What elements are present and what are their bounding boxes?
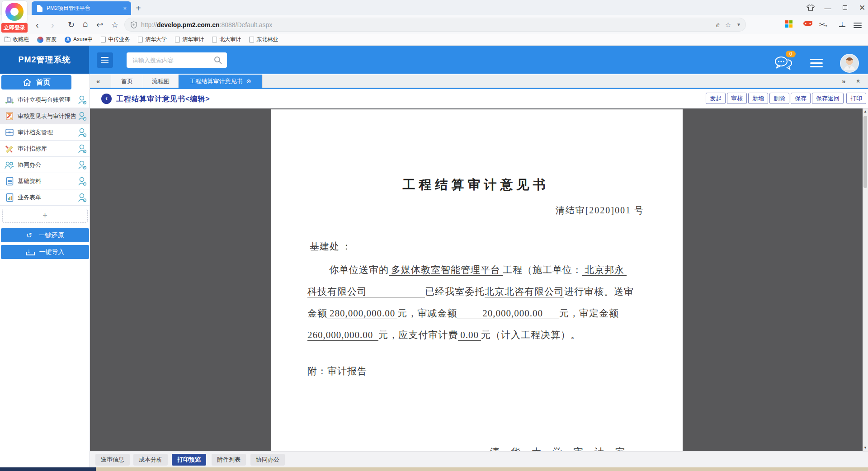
salutation-field: 基建处 [307, 241, 342, 252]
add-module-button[interactable]: + [2, 209, 88, 223]
back-circle-button[interactable]: ‹ [101, 94, 112, 104]
building-icon [5, 95, 14, 104]
forward-button[interactable]: › [51, 20, 54, 30]
add-new-button[interactable]: 新增 [748, 93, 768, 104]
bookmark-tsinghua-audit[interactable]: 清华审计 [175, 36, 204, 43]
bookmark-dongbei[interactable]: 东北林业 [249, 36, 278, 43]
tab-close-icon[interactable]: × [123, 5, 127, 12]
page-icon [212, 37, 217, 42]
scissors-icon[interactable]: ✂▾ [819, 20, 827, 29]
bookmark-favorites-folder[interactable]: 收藏栏 [5, 36, 29, 43]
delete-button[interactable]: 删除 [769, 93, 789, 104]
one-key-import-button[interactable]: 一键导入 [1, 245, 89, 259]
site-safety-shield-icon[interactable] [131, 21, 137, 28]
person-gear-icon[interactable] [78, 144, 87, 154]
sidebar-item-audit-project[interactable]: 审计立项与台账管理 [0, 92, 90, 108]
bookmark-label: 清华审计 [182, 36, 204, 43]
person-gear-icon[interactable] [78, 127, 87, 137]
search-icon[interactable] [213, 56, 222, 65]
sidebar-item-base-data[interactable]: 基础资料 [0, 173, 90, 189]
print-button[interactable]: 打印 [846, 93, 866, 104]
text: 已经我室委托 [425, 286, 485, 297]
review-button[interactable]: 审核 [727, 93, 747, 104]
collaboration-button[interactable]: 协同办公 [250, 454, 285, 466]
person-gear-icon[interactable] [78, 95, 87, 105]
contractor-field-part2: 科技有限公司 [307, 286, 425, 297]
sidebar-item-label: 基础资料 [18, 177, 78, 185]
bookmark-zhongchuan[interactable]: 中传业务 [101, 36, 130, 43]
sidebar-home-button[interactable]: 首页 [1, 75, 71, 89]
save-return-button[interactable]: 保存返回 [812, 93, 844, 104]
bookmark-baidu[interactable]: 百度 [37, 36, 57, 43]
sidebar-item-review-report[interactable]: 审核意见表与审计报告 [0, 108, 90, 124]
one-key-restore-button[interactable]: ↺ 一键还原 [1, 228, 89, 242]
browser-tab[interactable]: PM2项目管理平台 × [32, 1, 131, 15]
sidebar-item-label: 协同办公 [18, 161, 78, 169]
address-bar[interactable]: http://develop.pm2.com.cn:8088/Default.a… [124, 18, 746, 32]
bookmark-axure[interactable]: A Axure中 [65, 36, 93, 43]
bookmark-tsinghua[interactable]: 清华大学 [138, 36, 167, 43]
user-avatar[interactable] [840, 54, 859, 73]
tab-flowchart[interactable]: 流程图 [143, 75, 179, 88]
person-gear-icon[interactable] [78, 111, 87, 121]
collapse-tabs-icon[interactable]: » [854, 79, 861, 83]
bookmark-label: 百度 [46, 36, 57, 43]
back-button[interactable]: ‹ [36, 20, 39, 30]
scrollbar-thumb[interactable] [863, 116, 867, 188]
scroll-up-icon[interactable]: ▲ [863, 108, 868, 115]
print-preview-button[interactable]: 打印预览 [172, 454, 206, 466]
favorite-star-button[interactable]: ☆ [111, 20, 118, 30]
vertical-scrollbar[interactable]: ▲ ▼ [863, 108, 868, 451]
tab-close-icon[interactable]: ⊗ [246, 78, 251, 85]
page-icon [101, 37, 106, 42]
new-tab-button[interactable]: + [136, 3, 141, 14]
chevron-down-icon[interactable]: ▼ [736, 22, 741, 27]
initiate-button[interactable]: 发起 [706, 93, 726, 104]
bookmark-label: 清华大学 [145, 36, 167, 43]
report-pencil-icon [5, 112, 14, 121]
sidebar-item-label: 审核意见表与审计报告 [18, 112, 78, 120]
ie-compat-icon[interactable]: e [716, 20, 720, 29]
skin-button[interactable] [806, 4, 816, 12]
person-gear-icon[interactable] [78, 160, 87, 170]
scroll-tabs-left-icon[interactable]: « [96, 77, 100, 85]
scroll-down-icon[interactable]: ▼ [863, 445, 868, 451]
submission-info-button[interactable]: 送审信息 [95, 454, 130, 466]
sidebar-item-audit-archive[interactable]: 审计档案管理 [0, 124, 90, 141]
sidebar-item-label: 审计指标库 [18, 145, 78, 153]
axure-icon: A [65, 37, 71, 43]
browser-menu-icon[interactable] [854, 21, 862, 29]
apps-grid-icon[interactable] [785, 20, 793, 28]
sidebar-item-audit-indicators[interactable]: 审计指标库 [0, 141, 90, 157]
messages-button[interactable]: 0 [774, 51, 796, 72]
text: 元（计入工程决算）。 [481, 330, 580, 340]
undo-button[interactable]: ↩ [96, 20, 103, 30]
person-gear-icon[interactable] [78, 193, 87, 203]
scroll-tabs-right-icon[interactable]: » [842, 77, 845, 85]
sidebar-item-collaboration[interactable]: 协同办公 [0, 157, 90, 173]
app-menu-icon[interactable] [810, 57, 823, 70]
url-text[interactable]: http://develop.pm2.com.cn:8088/Default.a… [141, 21, 272, 28]
attachment-list-button[interactable]: 附件列表 [212, 454, 246, 466]
person-gear-icon[interactable] [78, 176, 87, 186]
salutation-line: 基建处： [307, 240, 644, 253]
search-input[interactable] [132, 57, 213, 64]
restore-button[interactable] [840, 4, 850, 12]
sidebar-toggle-button[interactable] [97, 52, 113, 68]
reload-button[interactable]: ↻ [68, 20, 75, 30]
close-window-button[interactable]: ✕ [857, 4, 867, 12]
tab-home[interactable]: 首页 [111, 75, 143, 88]
tab-audit-opinion[interactable]: 工程结算审计意见书 ⊗ [179, 75, 263, 88]
browser-logo[interactable] [2, 1, 27, 23]
cost-analysis-button[interactable]: 成本分析 [133, 454, 168, 466]
global-search[interactable] [127, 52, 227, 68]
bookmark-pku-audit[interactable]: 北大审计 [212, 36, 241, 43]
gamepad-icon[interactable] [803, 20, 813, 27]
minimize-button[interactable]: — [823, 4, 833, 12]
sidebar-item-business-forms[interactable]: 业务表单 [0, 189, 90, 206]
login-now-badge[interactable]: 立即登录 [1, 23, 28, 33]
download-icon[interactable]: ↓ [839, 21, 845, 27]
home-button[interactable]: ⌂ [83, 19, 88, 29]
bookmark-star-icon[interactable]: ☆ [725, 21, 731, 29]
save-button[interactable]: 保存 [791, 93, 811, 104]
